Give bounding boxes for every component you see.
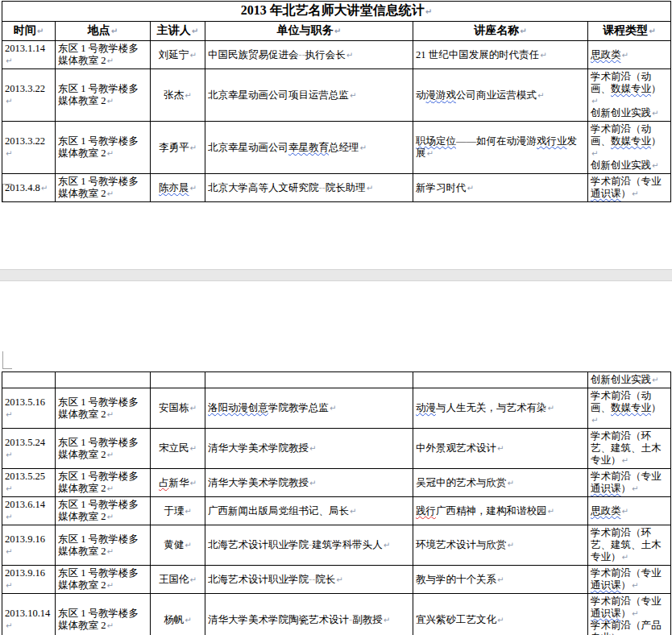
text-boundary-corner-mark bbox=[2, 351, 12, 369]
cell-location[interactable]: 东区 1 号教学楼多媒体教室 2↵ bbox=[56, 525, 151, 566]
cell-unit-title[interactable]: 洛阳动漫创意学院教学总监↵ bbox=[205, 388, 413, 429]
cell-course-type[interactable]: 学术前沿（动画、数媒专业）↵ bbox=[588, 388, 671, 429]
cell-location[interactable]: 东区 1 号教学楼多媒体教室 2↵ bbox=[56, 122, 151, 174]
cell-location[interactable]: 东区 1 号教学楼多媒体教室 2↵ bbox=[56, 469, 151, 497]
cell-speaker[interactable]: 黄健↵ bbox=[151, 525, 205, 566]
cell-location[interactable]: 东区 1 号教学楼多媒体教室 2↵ bbox=[56, 174, 151, 202]
table-row: 2013.6.14↵东区 1 号教学楼多媒体教室 2↵于瑮↵广西新闻出版局党组书… bbox=[2, 497, 671, 525]
column-header-time[interactable]: 时间↵ bbox=[2, 22, 56, 41]
text-run: 通识课 bbox=[591, 579, 621, 591]
cell-lecture-title[interactable]: 新学习时代↵ bbox=[413, 174, 588, 202]
cell-unit-title[interactable]: 广西新闻出版局党组书记、局长↵ bbox=[205, 497, 413, 525]
cell-time[interactable]: 2013.9.16↵ bbox=[2, 566, 56, 594]
paragraph: 洛阳动漫创意学院教学总监↵ bbox=[208, 402, 410, 414]
cell-speaker[interactable]: 占新华↵ bbox=[151, 469, 205, 497]
cell-speaker[interactable]: 杨帆↵ bbox=[151, 594, 205, 635]
text-run: 2013.3.22 bbox=[5, 83, 45, 94]
cell-speaker[interactable]: 于瑮↵ bbox=[151, 497, 205, 525]
cell-unit-title[interactable] bbox=[205, 372, 413, 388]
cell-course-type[interactable]: 学术前沿（专业通识课）↵ bbox=[588, 174, 671, 202]
cell-course-type[interactable]: 学术前沿（专业通识课）↵ bbox=[588, 566, 671, 594]
cell-unit-title[interactable]: 北海艺术设计职业学院-建筑学科带头人↵ bbox=[205, 525, 413, 566]
text-run: 东区 1 号教学楼多媒体教室 2 bbox=[58, 533, 139, 557]
cell-unit-title[interactable]: 清华大学美术学院教授↵ bbox=[205, 429, 413, 469]
paragraph: 创新创业实践↵ bbox=[591, 374, 668, 386]
cell-speaker[interactable] bbox=[151, 372, 205, 388]
cell-location[interactable]: 东区 1 号教学楼多媒体教室 2↵ bbox=[56, 429, 151, 469]
cell-time[interactable]: 2013.3.22↵ bbox=[2, 69, 56, 122]
cell-unit-title[interactable]: 清华大学美术学院教授↵ bbox=[205, 469, 413, 497]
cell-unit-title[interactable]: 北海艺术设计职业学院--院长↵ bbox=[205, 566, 413, 594]
paragraph: 北京幸星动画公司幸星教育总经理↵ bbox=[208, 142, 410, 154]
paragraph-mark-icon: ↵ bbox=[547, 404, 554, 413]
cell-unit-title[interactable]: 北京幸星动画公司项目运营总监↵ bbox=[205, 69, 413, 122]
column-header-speaker[interactable]: 主讲人↵ bbox=[151, 22, 205, 41]
cell-time[interactable]: 2013.9.16↵ bbox=[2, 525, 56, 566]
text-run: 杨帆 bbox=[164, 614, 184, 625]
text-run: 东区 1 号教学楼多媒体教室 2 bbox=[58, 43, 139, 66]
column-header-course-type[interactable]: 课程类型↵ bbox=[588, 22, 671, 41]
cell-location[interactable]: 东区 1 号教学楼多媒体教室 2↵ bbox=[56, 69, 151, 122]
cell-speaker[interactable]: 刘延宁↵ bbox=[151, 41, 205, 69]
cell-lecture-title[interactable]: 环境艺术设计与欣赏↵ bbox=[413, 525, 588, 566]
cell-time[interactable]: 2013.10.14↵ bbox=[2, 594, 56, 635]
cell-lecture-title[interactable]: 教与学的十个关系↵ bbox=[413, 566, 588, 594]
column-header-location[interactable]: 地点↵ bbox=[56, 22, 151, 41]
cell-lecture-title[interactable]: 动漫游戏公司商业运营模式↵ bbox=[413, 69, 588, 122]
cell-speaker[interactable]: 李勇平↵ bbox=[151, 122, 205, 174]
paragraph: 东区 1 号教学楼多媒体教室 2↵ bbox=[58, 135, 147, 160]
cell-course-type[interactable]: 学术前沿（动画、数媒专业）↵创新创业实践↵ bbox=[588, 122, 671, 174]
paragraph-mark-icon: ↵ bbox=[106, 581, 113, 590]
cell-unit-title[interactable]: 清华大学美术学院陶瓷艺术设计-副教授↵ bbox=[205, 594, 413, 635]
cell-time[interactable]: 2013.5.16↵ bbox=[2, 388, 56, 429]
cell-location[interactable]: 东区 1 号教学楼多媒体教室 2↵ bbox=[56, 41, 151, 69]
cell-time[interactable]: 2013.5.25↵ bbox=[2, 469, 56, 497]
cell-speaker[interactable]: 安国栋↵ bbox=[151, 388, 205, 429]
cell-speaker[interactable]: 张杰↵ bbox=[151, 69, 205, 122]
column-header-lecture-title[interactable]: 讲座名称↵ bbox=[413, 22, 588, 41]
cell-unit-title[interactable]: 北京大学高等人文研究院--院长助理↵ bbox=[205, 174, 413, 202]
text-run: 总经理 bbox=[329, 142, 359, 153]
column-header-unit-title[interactable]: 单位与职务↵ bbox=[205, 22, 413, 41]
paragraph: 于瑮↵ bbox=[153, 505, 202, 517]
cell-lecture-title[interactable]: 中外景观艺术设计↵ bbox=[413, 429, 588, 469]
cell-lecture-title[interactable]: 21 世纪中国发展的时代责任↵ bbox=[413, 41, 588, 69]
paragraph: 东区 1 号教学楼多媒体教室 2↵ bbox=[58, 176, 147, 200]
cell-time[interactable] bbox=[2, 372, 56, 388]
text-run: 21 世纪中国发展的时代责任 bbox=[416, 49, 539, 60]
cell-unit-title[interactable]: 北京幸星动画公司幸星教育总经理↵ bbox=[205, 122, 413, 174]
table-header-row: 时间↵ 地点↵ 主讲人↵ 单位与职务↵ 讲座名称↵ 课程类型↵ bbox=[2, 22, 671, 41]
cell-course-type[interactable]: 学术前沿（环艺、建筑、土木专业）↵ bbox=[588, 525, 671, 566]
cell-course-type[interactable]: 学术前沿（专业通识课）↵学术前沿（产品专业）↵ bbox=[588, 594, 671, 635]
cell-location[interactable]: 东区 1 号教学楼多媒体教室 2↵ bbox=[56, 388, 151, 429]
cell-lecture-title[interactable]: 宜兴紫砂工艺文化↵ bbox=[413, 594, 588, 635]
cell-lecture-title[interactable]: 践行广西精神，建构和谐校园↵ bbox=[413, 497, 588, 525]
cell-speaker[interactable]: 宋立民↵ bbox=[151, 429, 205, 469]
cell-location[interactable]: 东区 1 号教学楼多媒体教室 2↵ bbox=[56, 497, 151, 525]
cell-location[interactable]: 东区 1 号教学楼多媒体教室 2↵ bbox=[56, 566, 151, 594]
cell-lecture-title[interactable]: 动漫与人生无关，与艺术有染↵ bbox=[413, 388, 588, 429]
cell-course-type[interactable]: 思政类↵ bbox=[588, 41, 671, 69]
cell-course-type[interactable]: 学术前沿（专业通识课）↵ bbox=[588, 469, 671, 497]
cell-speaker[interactable]: 王国伦↵ bbox=[151, 566, 205, 594]
cell-time[interactable]: 2013.5.24↵ bbox=[2, 429, 56, 469]
cell-time[interactable]: 2013.1.14↵ bbox=[2, 41, 56, 69]
text-run: 东区 1 号教学楼多媒体教室 2 bbox=[58, 396, 139, 420]
text-run: 清华大学美术学院教授 bbox=[208, 442, 309, 454]
cell-course-type[interactable]: 思政类↵ bbox=[588, 497, 671, 525]
cell-course-type[interactable]: 学术前沿（环艺、建筑、土木专业）↵ bbox=[588, 429, 671, 469]
cell-time[interactable]: 2013.6.14↵ bbox=[2, 497, 56, 525]
cell-course-type[interactable]: 学术前沿（动画、数媒专业）↵创新创业实践↵ bbox=[588, 69, 671, 122]
text-run: 张杰 bbox=[164, 89, 184, 101]
cell-unit-title[interactable]: 中国民族贸易促进会--执行会长↵ bbox=[205, 41, 413, 69]
cell-course-type[interactable]: 创新创业实践↵ bbox=[588, 372, 671, 388]
cell-lecture-title[interactable] bbox=[413, 372, 588, 388]
cell-time[interactable]: 2013.3.22↵ bbox=[2, 122, 56, 174]
cell-lecture-title[interactable]: 职场定位——如何在动漫游戏行业发展↵ bbox=[413, 122, 588, 174]
paragraph-mark-icon: ↵ bbox=[184, 541, 191, 550]
cell-speaker[interactable]: 陈亦晨↵ bbox=[151, 174, 205, 202]
cell-lecture-title[interactable]: 吴冠中的艺术与欣赏↵ bbox=[413, 469, 588, 497]
page-title[interactable]: 2013 年北艺名师大讲堂信息统计↵ bbox=[2, 2, 671, 22]
cell-location[interactable]: 东区 1 号教学楼多媒体教室 2↵ bbox=[56, 594, 151, 635]
cell-location[interactable] bbox=[56, 372, 151, 388]
